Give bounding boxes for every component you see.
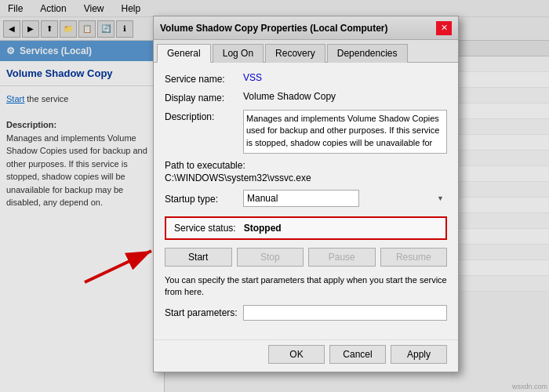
dialog-title: Volume Shadow Copy Properties (Local Com… (160, 23, 387, 34)
svg-line-1 (85, 251, 151, 282)
startup-type-select[interactable]: Manual Automatic Automatic (Delayed Star… (243, 190, 359, 207)
service-name-label: Service name: (165, 72, 243, 85)
dialog-close-button[interactable]: ✕ (436, 21, 452, 35)
params-label: Start parameters: (165, 307, 243, 318)
path-value: C:\WINDOWS\system32\vssvc.exe (165, 172, 447, 183)
status-value: Stopped (244, 223, 282, 234)
path-label: Path to executable: (165, 160, 447, 171)
dialog-footer: OK Cancel Apply (154, 339, 458, 372)
watermark: wsxdn.com (512, 383, 547, 390)
resume-button[interactable]: Resume (380, 248, 448, 267)
tab-dependencies[interactable]: Dependencies (327, 44, 408, 63)
description-textarea[interactable]: Manages and implements Volume Shadow Cop… (243, 110, 447, 154)
service-name-row: Service name: VSS (165, 72, 447, 85)
startup-type-label: Startup type: (165, 192, 243, 205)
dialog-titlebar: Volume Shadow Copy Properties (Local Com… (154, 16, 458, 40)
service-status-box: Service status: Stopped (165, 216, 447, 240)
tab-recovery[interactable]: Recovery (265, 44, 325, 63)
service-name-value: VSS (243, 72, 262, 83)
params-input[interactable] (243, 305, 447, 321)
status-row: Service status: Stopped (174, 223, 438, 234)
display-name-label: Display name: (165, 91, 243, 103)
status-label: Service status: (174, 223, 236, 234)
path-section: Path to executable: C:\WINDOWS\system32\… (165, 160, 447, 183)
start-button[interactable]: Start (165, 248, 232, 267)
dialog-body: Service name: VSS Display name: Volume S… (154, 63, 458, 339)
properties-dialog: Volume Shadow Copy Properties (Local Com… (153, 16, 459, 372)
red-arrow-annotation (77, 243, 171, 290)
display-name-value: Volume Shadow Copy (243, 91, 336, 102)
hint-text: You can specify the start parameters tha… (165, 274, 447, 299)
stop-button[interactable]: Stop (237, 248, 304, 267)
tab-general[interactable]: General (157, 44, 211, 63)
description-label: Description: (165, 110, 243, 122)
tab-strip: General Log On Recovery Dependencies (154, 40, 458, 63)
display-name-row: Display name: Volume Shadow Copy (165, 91, 447, 103)
description-row: Description: Manages and implements Volu… (165, 110, 447, 154)
apply-button[interactable]: Apply (391, 345, 447, 364)
tab-logon[interactable]: Log On (213, 44, 264, 63)
cancel-button[interactable]: Cancel (329, 345, 386, 364)
pause-button[interactable]: Pause (308, 248, 376, 267)
start-parameters-row: Start parameters: (165, 305, 447, 321)
service-control-buttons: Start Stop Pause Resume (165, 248, 447, 267)
startup-select-wrapper: Manual Automatic Automatic (Delayed Star… (243, 190, 447, 207)
ok-button[interactable]: OK (268, 345, 325, 364)
startup-type-row: Startup type: Manual Automatic Automatic… (165, 190, 447, 207)
